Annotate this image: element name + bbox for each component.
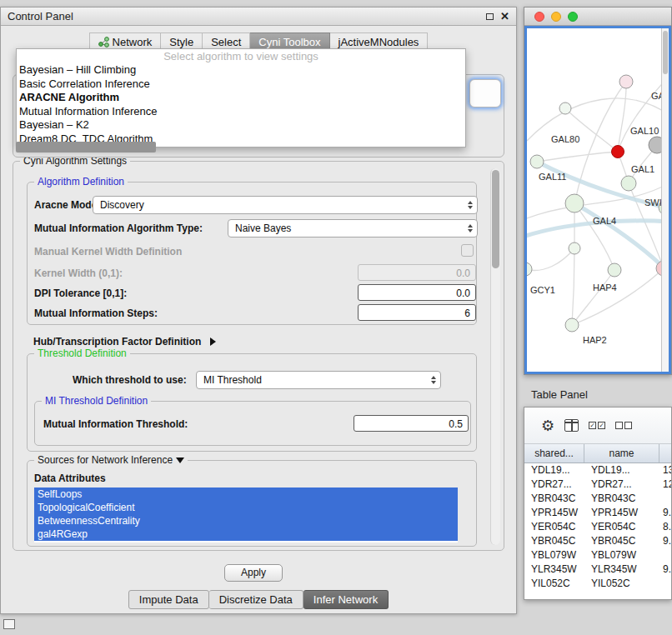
collapse-down-icon <box>176 458 184 463</box>
select-all-icon[interactable]: ✓ ✓ <box>589 422 605 429</box>
table-row[interactable]: YBR043C YBR043C <box>524 492 671 506</box>
aracne-mode-select[interactable]: Discovery <box>93 196 478 214</box>
cell: 13 <box>659 463 671 478</box>
unselect-all-icon[interactable] <box>615 422 632 429</box>
window-close-button[interactable] <box>534 12 544 22</box>
settings-scrollbar-thumb[interactable] <box>492 170 499 268</box>
node-gal11[interactable] <box>530 155 544 168</box>
apply-button[interactable]: Apply <box>224 564 283 582</box>
algorithm-definition-title: Algorithm Definition <box>34 176 128 188</box>
gear-icon[interactable]: ⚙ <box>541 418 554 433</box>
tab-cyni-label: Cyni Toolbox <box>258 36 320 48</box>
network-window-titlebar <box>524 8 671 26</box>
aracne-mode-label: Aracne Mode: <box>34 199 100 211</box>
column-header-name[interactable]: name <box>584 444 659 462</box>
show-columns-icon[interactable] <box>564 419 579 432</box>
attribute-item[interactable]: BetweennessCentrality <box>34 514 458 528</box>
sources-title: Sources for Network Inference <box>38 454 173 466</box>
table-row[interactable]: YDR27... YDR27... 12 <box>524 478 671 492</box>
table-row[interactable]: YBL079W YBL079W <box>524 548 671 562</box>
attribute-item[interactable]: SelfLoops <box>34 488 458 501</box>
node-label: HAP4 <box>593 282 617 292</box>
mi-steps-label: Mutual Information Steps: <box>34 308 158 319</box>
tab-infer-network[interactable]: Infer Network <box>303 590 389 609</box>
hub-tf-definition-expander[interactable]: Hub/Transcription Factor Definition <box>33 333 216 348</box>
cell: YPR145W <box>524 506 584 520</box>
kernel-width-field[interactable]: 0.0 <box>358 264 476 281</box>
table-row[interactable]: YER054C YER054C 8. <box>524 520 671 534</box>
node-gal4[interactable] <box>565 194 584 212</box>
attribute-item[interactable]: gal4RGexp <box>34 528 458 541</box>
mi-type-value: Naive Bayes <box>235 222 291 234</box>
cell: YLR345W <box>584 562 659 577</box>
window-minimize-button[interactable] <box>551 12 561 22</box>
cell: 8. <box>659 520 671 534</box>
combo-arrows-icon <box>431 376 436 384</box>
close-icon[interactable]: ✕ <box>500 10 509 22</box>
tab-select-label: Select <box>211 36 241 48</box>
table-panel-title: Table Panel <box>531 388 588 401</box>
network-scrollbar-thumb[interactable] <box>663 31 668 74</box>
control-panel-titlebar: Control Panel ✕ <box>1 8 516 26</box>
threshold-definition-group: Threshold Definition Which threshold to … <box>27 353 477 452</box>
panel-dock-icon[interactable] <box>3 619 15 629</box>
settings-scrollbar[interactable] <box>490 168 500 545</box>
tab-impute-data[interactable]: Impute Data <box>128 590 209 609</box>
cell: 12 <box>659 478 671 492</box>
node-label: GCY1 <box>530 285 555 295</box>
table-row[interactable]: YDL19... YDL19... 13 <box>524 463 671 478</box>
algorithm-option[interactable]: Bayesian – Hill Climbing <box>17 63 465 78</box>
network-canvas[interactable]: GAL80 GAL7 GAL10 GAL11 GAL1 SWI4 GAL4 GC… <box>524 26 671 374</box>
cell <box>659 548 671 562</box>
manual-kernel-width-checkbox[interactable] <box>461 244 474 257</box>
table-body: YDL19... YDL19... 13 YDR27... YDR27... 1… <box>524 463 671 599</box>
sources-title-row[interactable]: Sources for Network Inference <box>34 454 188 466</box>
table-row[interactable]: YIL052C YIL052C <box>524 577 671 591</box>
column-header-shared-name[interactable]: shared... <box>524 444 584 462</box>
cell: YBR045C <box>584 534 659 548</box>
data-attributes-label: Data Attributes <box>34 472 106 484</box>
checked-box-icon: ✓ <box>589 422 596 429</box>
mi-type-label: Mutual Information Algorithm Type: <box>34 222 203 234</box>
node-label: GAL80 <box>551 134 579 144</box>
node-hap2[interactable] <box>565 318 579 332</box>
hub-tf-label: Hub/Transcription Factor Definition <box>33 336 201 348</box>
cell: YER054C <box>524 520 584 534</box>
mi-threshold-field[interactable]: 0.5 <box>354 415 469 432</box>
mi-algorithm-type-select[interactable]: Naive Bayes <box>228 219 478 238</box>
tab-discretize-data[interactable]: Discretize Data <box>209 590 303 609</box>
network-scrollbar[interactable] <box>661 28 669 372</box>
dpi-tolerance-field[interactable]: 0.0 <box>358 284 476 301</box>
node-gcy1[interactable] <box>527 262 532 276</box>
node-label: GAL11 <box>539 172 566 182</box>
attribute-item[interactable]: TopologicalCoefficient <box>34 501 458 514</box>
network-graph: GAL80 GAL7 GAL10 GAL11 GAL1 SWI4 GAL4 GC… <box>527 28 670 373</box>
sources-group: Sources for Network Inference Data Attri… <box>27 460 477 547</box>
algorithm-option-selected[interactable]: ARACNE Algorithm <box>17 91 465 105</box>
column-header-cut[interactable] <box>659 444 671 462</box>
window-zoom-button[interactable] <box>568 12 578 22</box>
table-row[interactable]: YBR045C YBR045C 9. <box>524 534 671 548</box>
float-window-icon[interactable] <box>486 13 494 20</box>
node-gal80[interactable] <box>559 102 571 114</box>
node-gal1[interactable] <box>621 176 636 191</box>
table-row[interactable]: YLR345W YLR345W 9. <box>524 562 671 577</box>
algorithm-option[interactable]: Mutual Information Inference <box>17 105 465 119</box>
node[interactable] <box>569 242 580 254</box>
network-view-window: GAL80 GAL7 GAL10 GAL11 GAL1 SWI4 GAL4 GC… <box>524 7 672 375</box>
node-hap4[interactable] <box>608 263 621 277</box>
threshold-value: MI Threshold <box>203 374 262 386</box>
table-row[interactable]: YPR145W YPR145W 9. <box>524 506 671 520</box>
mi-threshold-definition-title: MI Threshold Definition <box>42 395 151 407</box>
table-toolbar: ⚙ ✓ ✓ <box>524 408 671 444</box>
node[interactable] <box>619 75 633 88</box>
cell <box>659 577 671 591</box>
cell: 9. <box>659 506 671 520</box>
focused-toolbar-button[interactable] <box>469 79 501 108</box>
unchecked-box-icon <box>615 422 623 429</box>
algorithm-option[interactable]: Basic Correlation Inference <box>17 78 465 92</box>
algorithm-option[interactable]: Bayesian – K2 <box>17 118 465 132</box>
mi-steps-field[interactable]: 6 <box>358 304 476 321</box>
threshold-select[interactable]: MI Threshold <box>196 371 441 389</box>
node-gal10-red[interactable] <box>612 146 624 158</box>
